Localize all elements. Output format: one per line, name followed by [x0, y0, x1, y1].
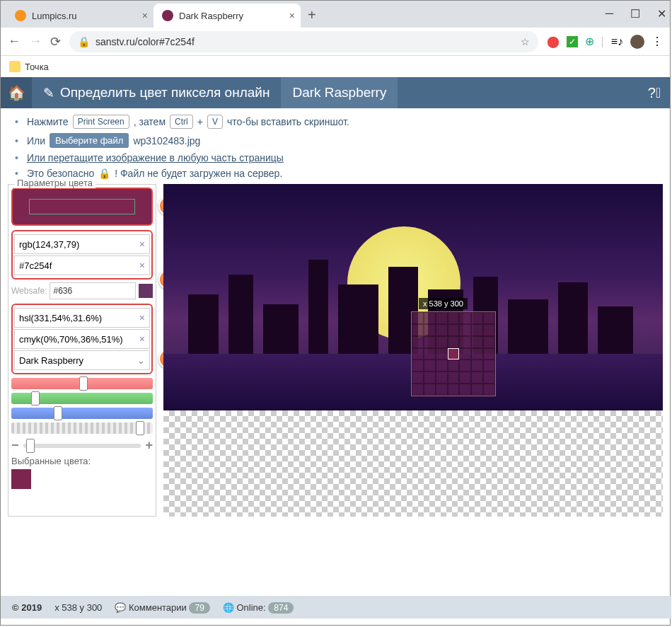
color-swatch-main[interactable] [11, 188, 153, 226]
page-header: 🏠 ✎ Определить цвет пикселя онлайн Dark … [1, 77, 670, 108]
comments-link[interactable]: 💬 Комментарии 79 [115, 602, 210, 613]
key-ctrl: Ctrl [170, 115, 193, 129]
url-text: sanstv.ru/color#7c254f [95, 36, 195, 47]
lock-icon: 🔒 [78, 36, 90, 47]
bookmark-star-icon[interactable]: ☆ [521, 36, 530, 47]
chevron-down-icon: ⌄ [137, 355, 145, 366]
globe-icon: 🌐 [223, 602, 234, 613]
filename-text: wp3102483.jpg [133, 135, 200, 146]
cmyk-field[interactable]: cmyk(0%,70%,36%,51%) × [14, 329, 150, 349]
tab-title: Dark Raspberry [179, 11, 243, 21]
green-slider[interactable] [11, 393, 153, 404]
key-printscreen: Print Screen [73, 115, 129, 129]
footer-coords: x 538 y 300 [54, 602, 102, 613]
rgb-hex-group: rgb(124,37,79) × #7c254f × [11, 230, 153, 280]
instruction-paste: Нажмите Print Screen , затем Ctrl + V чт… [8, 113, 663, 131]
key-v: V [207, 115, 223, 129]
loaded-image[interactable]: x 538 y 300 [163, 184, 663, 410]
favicon-lumpics [15, 10, 26, 21]
url-input[interactable]: 🔒 sanstv.ru/color#7c254f ☆ [69, 31, 538, 52]
browser-tabs: Lumpics.ru × Dark Raspberry × + [1, 1, 670, 28]
coords-label: x 538 y 300 [419, 298, 468, 309]
nav-back-icon[interactable]: ← [8, 34, 21, 49]
nav-reload-icon[interactable]: ⟳ [50, 34, 61, 50]
tab-close-icon[interactable]: × [142, 10, 148, 21]
zoom-out-button[interactable]: − [11, 438, 19, 453]
clear-icon[interactable]: × [139, 238, 145, 250]
bookmarks-bar: Точка [1, 56, 670, 77]
window-close[interactable]: ✕ [657, 7, 666, 21]
instruction-file: Или Выберите файл wp3102483.jpg [8, 131, 663, 150]
selected-colors-label: Выбранные цвета: [11, 456, 153, 466]
zoom-in-button[interactable]: + [145, 438, 153, 453]
new-tab-button[interactable]: + [301, 3, 323, 28]
color-name-select[interactable]: Dark Raspberry ⌄ [14, 350, 150, 370]
websafe-row: Websafe: #636 [11, 282, 153, 299]
page-title-sub: Dark Raspberry [281, 77, 398, 108]
tab-close-icon[interactable]: × [289, 10, 295, 21]
websafe-field[interactable]: #636 [50, 282, 136, 299]
online-badge: 874 [268, 602, 294, 614]
nav-forward-icon[interactable]: → [29, 34, 42, 49]
home-button[interactable]: 🏠 [1, 77, 32, 108]
page-footer: © 2019 x 538 y 300 💬 Комментарии 79 🌐 On… [1, 596, 671, 619]
ext-opera-icon[interactable]: ⬤ [547, 35, 560, 48]
page-title-main[interactable]: ✎ Определить цвет пикселя онлайн [32, 77, 281, 108]
image-canvas[interactable]: x 538 y 300 [163, 184, 663, 517]
folder-icon [9, 61, 21, 72]
color-params-panel: Параметры цвета rgb(124,37,79) × #7c254f… [8, 184, 156, 517]
pixel-magnifier[interactable]: x 538 y 300 [411, 311, 496, 396]
copyright: © 2019 [12, 602, 42, 613]
hsl-field[interactable]: hsl(331,54%,31.6%) × [14, 308, 150, 328]
instruction-drag: Или перетащите изображение в любую часть… [8, 150, 663, 166]
help-button[interactable]: ?⃝ [639, 77, 670, 108]
window-maximize[interactable]: ☐ [630, 7, 640, 21]
hex-field[interactable]: #7c254f × [14, 255, 150, 275]
comments-badge: 79 [189, 602, 209, 614]
favicon-sanstv [162, 10, 173, 21]
address-bar: ← → ⟳ 🔒 sanstv.ru/color#7c254f ☆ ⬤ ✓ ⊕ |… [1, 28, 670, 56]
gray-slider[interactable] [11, 422, 153, 434]
hsl-cmyk-group: hsl(331,54%,31.6%) × cmyk(0%,70%,36%,51%… [11, 304, 153, 374]
tab-lumpics[interactable]: Lumpics.ru × [6, 4, 153, 28]
blue-slider[interactable] [11, 408, 153, 419]
clear-icon[interactable]: × [139, 312, 145, 323]
choose-file-button[interactable]: Выберите файл [50, 133, 129, 148]
panel-legend: Параметры цвета [14, 178, 95, 188]
window-minimize[interactable]: ─ [606, 7, 613, 21]
swatch-inner-box [29, 199, 135, 214]
bookmark-item[interactable]: Точка [25, 62, 49, 72]
rgb-field[interactable]: rgb(124,37,79) × [14, 234, 150, 254]
ext-playlist-icon[interactable]: ≡♪ [611, 35, 623, 48]
menu-icon[interactable]: ⋮ [651, 35, 663, 48]
online-status: 🌐 Online: 874 [223, 602, 294, 613]
magnifier-grid [412, 312, 495, 396]
ext-check-icon[interactable]: ✓ [567, 36, 578, 47]
ext-globe-icon[interactable]: ⊕ [585, 35, 594, 48]
websafe-swatch [139, 284, 153, 298]
instructions-list: Нажмите Print Screen , затем Ctrl + V чт… [8, 113, 663, 181]
pencil-icon: ✎ [43, 85, 54, 101]
comment-icon: 💬 [115, 602, 126, 613]
clear-icon[interactable]: × [139, 260, 145, 271]
ext-divider: | [601, 35, 604, 48]
red-slider[interactable] [11, 378, 153, 389]
selected-color-swatch[interactable] [11, 469, 31, 489]
lock-icon: 🔒 [98, 168, 110, 179]
avatar-icon[interactable] [630, 35, 644, 49]
instruction-safe: Это безопасно 🔒 ! Файл не будет загружен… [8, 166, 663, 181]
zoom-slider[interactable] [23, 444, 141, 448]
tab-dark-raspberry[interactable]: Dark Raspberry × [153, 4, 301, 28]
clear-icon[interactable]: × [139, 333, 145, 345]
tab-title: Lumpics.ru [32, 11, 77, 21]
